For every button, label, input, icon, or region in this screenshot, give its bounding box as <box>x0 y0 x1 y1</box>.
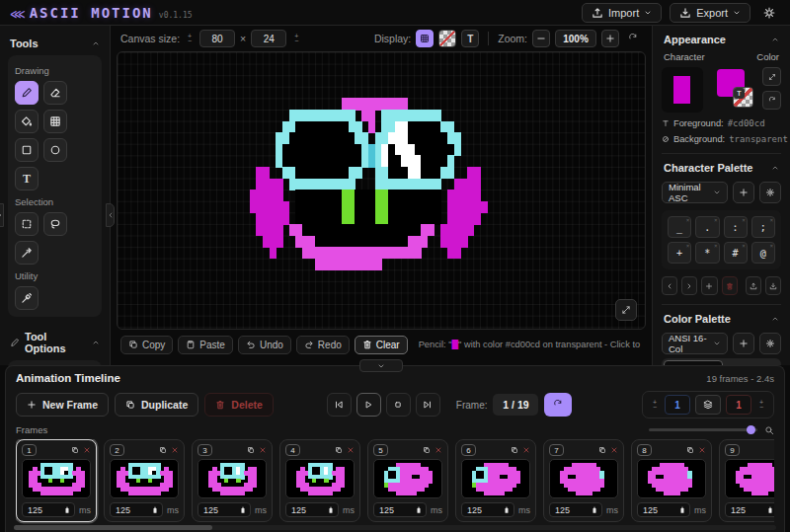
tool-wand-button[interactable] <box>15 241 39 265</box>
delete-frame-icon[interactable] <box>522 446 530 454</box>
character-palette-settings-button[interactable] <box>759 182 781 203</box>
prev-character-button[interactable] <box>662 276 677 295</box>
frame-card[interactable]: 2 125 ms <box>104 439 185 522</box>
duplicate-frame-icon[interactable] <box>686 446 694 454</box>
onion-prev-frames-input[interactable]: 1 <box>665 395 690 415</box>
duplicate-frame-icon[interactable] <box>71 446 79 454</box>
slider-knob[interactable] <box>747 425 755 434</box>
onion-prev-stepper[interactable]: +− <box>650 400 660 410</box>
loop-toggle-button[interactable] <box>544 393 572 417</box>
frame-duration-input[interactable]: 125 <box>198 502 251 517</box>
collapse-left-panel-handle[interactable] <box>106 203 115 227</box>
stop-button[interactable] <box>386 393 411 417</box>
zoom-in-button[interactable] <box>601 30 619 47</box>
frame-duration-input[interactable]: 125 <box>637 502 690 517</box>
frame-card[interactable]: 9 125 ms <box>719 439 774 522</box>
collapse-timeline-handle[interactable] <box>359 359 403 372</box>
duplicate-frame-icon[interactable] <box>598 446 606 454</box>
delete-frame-icon[interactable] <box>171 446 179 454</box>
new-frame-button[interactable]: New Frame <box>16 393 109 417</box>
duplicate-frame-icon[interactable] <box>247 446 255 454</box>
canvas-width-input[interactable]: 80 <box>199 30 235 47</box>
color-palette-settings-button[interactable] <box>759 333 781 354</box>
frame-thumbnail[interactable] <box>198 459 267 498</box>
frame-card[interactable]: 3 125 ms <box>192 439 273 522</box>
tool-eyedropper-button[interactable] <box>15 286 39 310</box>
char-button[interactable]: ×: <box>724 216 748 238</box>
frame-card[interactable]: 6 125 ms <box>455 439 536 522</box>
drawing-canvas[interactable] <box>117 51 646 330</box>
skip-start-button[interactable] <box>327 393 352 417</box>
frame-thumbnail[interactable] <box>637 459 706 498</box>
tool-rectangle-button[interactable] <box>15 138 39 162</box>
appearance-header[interactable]: Appearance <box>662 34 781 49</box>
char-button[interactable]: ×* <box>695 242 719 264</box>
frame-duration-input[interactable]: 125 <box>373 502 427 517</box>
duplicate-frame-icon[interactable] <box>335 446 343 454</box>
delete-frame-icon[interactable] <box>698 446 706 454</box>
character-palette-header[interactable]: Character Palette <box>662 162 781 178</box>
timeline-zoom-slider[interactable] <box>649 428 757 431</box>
frame-duration-input[interactable]: 125 <box>725 502 774 517</box>
delete-frame-icon[interactable] <box>347 446 355 454</box>
tool-rect-fill-button[interactable] <box>43 110 67 133</box>
tool-pencil-button[interactable] <box>15 81 39 105</box>
play-button[interactable] <box>356 393 381 417</box>
add-character-palette-button[interactable] <box>733 182 754 203</box>
tool-text-button[interactable]: T <box>15 167 39 190</box>
redo-button[interactable]: Redo <box>296 336 350 354</box>
frames-strip[interactable]: 1 125 ms 2 125 <box>16 439 774 524</box>
import-palette-button[interactable] <box>765 276 781 295</box>
tool-select-button[interactable] <box>15 212 39 236</box>
frame-duration-input[interactable]: 125 <box>549 502 602 517</box>
delete-frame-icon[interactable] <box>259 446 267 454</box>
frame-thumbnail[interactable] <box>22 459 91 498</box>
onion-next-stepper[interactable]: +− <box>756 400 766 410</box>
frame-duration-input[interactable]: 125 <box>22 502 75 517</box>
delete-frame-button[interactable]: Delete <box>204 393 274 417</box>
tool-lasso-button[interactable] <box>43 212 67 236</box>
tool-eraser-button[interactable] <box>43 81 67 105</box>
delete-frame-icon[interactable] <box>434 446 442 454</box>
zoom-out-button[interactable] <box>532 30 550 47</box>
onion-next-frames-input[interactable]: 1 <box>726 395 751 415</box>
skip-end-button[interactable] <box>416 393 440 417</box>
toggle-grid-button[interactable] <box>416 30 434 47</box>
import-button[interactable]: Import <box>582 3 662 23</box>
frame-duration-input[interactable]: 125 <box>285 502 339 517</box>
expand-colors-button[interactable] <box>762 67 781 86</box>
char-button[interactable]: ×# <box>724 242 748 264</box>
color-palette-select[interactable]: ANSI 16-Col <box>662 333 728 354</box>
width-stepper[interactable]: +− <box>185 34 195 43</box>
character-palette-select[interactable]: Minimal ASC <box>662 182 728 203</box>
copy-button[interactable]: Copy <box>120 336 173 354</box>
color-palette-header[interactable]: Color Palette <box>662 313 781 329</box>
undo-button[interactable]: Undo <box>238 336 291 354</box>
frame-card[interactable]: 7 125 ms <box>543 439 624 522</box>
frame-thumbnail[interactable] <box>285 459 355 498</box>
canvas-height-input[interactable]: 24 <box>251 30 286 47</box>
frames-scrollbar[interactable] <box>14 525 776 530</box>
scrollbar-thumb[interactable] <box>14 525 212 530</box>
onion-skin-toggle[interactable] <box>695 395 721 415</box>
toggle-transparency-button[interactable] <box>438 30 456 47</box>
fullscreen-canvas-button[interactable] <box>615 299 637 321</box>
frame-card[interactable]: 5 125 ms <box>367 439 448 522</box>
frame-thumbnail[interactable] <box>725 459 774 498</box>
clear-button[interactable]: Clear <box>355 336 408 354</box>
add-character-button[interactable] <box>701 276 717 295</box>
tool-options-header[interactable]: Tool Options <box>8 327 102 358</box>
char-button[interactable]: ×@ <box>751 242 775 264</box>
add-color-palette-button[interactable] <box>733 333 754 354</box>
char-button[interactable]: ×+ <box>668 242 691 264</box>
theme-toggle-button[interactable] <box>758 3 780 23</box>
duplicate-frame-button[interactable]: Duplicate <box>115 393 198 417</box>
char-button[interactable]: ×. <box>695 216 719 238</box>
next-character-button[interactable] <box>681 276 697 295</box>
char-button[interactable]: ×_ <box>668 216 691 238</box>
tool-fill-button[interactable] <box>15 110 39 133</box>
duplicate-frame-icon[interactable] <box>159 446 167 454</box>
tool-ellipse-button[interactable] <box>43 138 67 162</box>
frame-thumbnail[interactable] <box>110 459 179 498</box>
export-palette-button[interactable] <box>746 276 761 295</box>
